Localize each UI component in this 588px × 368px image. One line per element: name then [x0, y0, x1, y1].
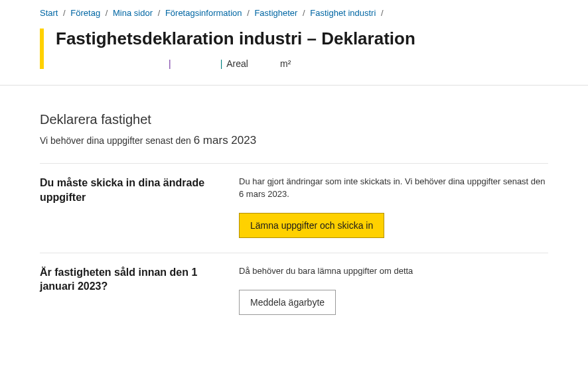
submit-description: Du har gjort ändringar som inte skickats… — [239, 176, 548, 201]
meta-areal-label: Areal — [226, 58, 248, 69]
meta-separator-icon: | — [56, 58, 171, 69]
meta-row: | | Areal m² — [56, 58, 548, 69]
breadcrumb-item-foretag[interactable]: Företag — [70, 8, 100, 18]
title-section: Fastighetsdeklaration industri – Deklara… — [0, 23, 588, 85]
accent-bar — [40, 29, 44, 69]
meta-separator-icon: | — [220, 58, 223, 69]
declare-section-title: Deklarera fastighet — [40, 112, 548, 127]
deadline-date: 6 mars 2023 — [194, 134, 257, 147]
breadcrumb-item-foretagsinformation[interactable]: Företagsinformation — [165, 8, 242, 18]
submit-heading: Du måste skicka in dina ändrade uppgifte… — [40, 176, 212, 204]
breadcrumb-sep: / — [381, 8, 384, 18]
notify-ownership-change-button[interactable]: Meddela ägarbyte — [239, 290, 336, 315]
deadline-prefix: Vi behöver dina uppgifter senast den — [40, 135, 194, 146]
breadcrumb-sep: / — [63, 8, 66, 18]
sold-heading: Är fastigheten såld innan den 1 januari … — [40, 265, 212, 294]
breadcrumb-item-fastigheter[interactable]: Fastigheter — [254, 8, 297, 18]
submit-changes-block: Du måste skicka in dina ändrade uppgifte… — [40, 163, 548, 253]
property-sold-block: Är fastigheten såld innan den 1 januari … — [40, 253, 548, 330]
breadcrumb-item-fastighet-industri[interactable]: Fastighet industri — [310, 8, 376, 18]
page-title: Fastighetsdeklaration industri – Deklara… — [56, 29, 548, 49]
breadcrumb-sep: / — [106, 8, 108, 18]
meta-areal-unit: m² — [280, 58, 291, 69]
sold-description: Då behöver du bara lämna uppgifter om de… — [239, 265, 548, 278]
breadcrumb-sep: / — [303, 8, 305, 18]
breadcrumb: Start / Företag / Mina sidor / Företagsi… — [0, 0, 588, 23]
deadline-text: Vi behöver dina uppgifter senast den 6 m… — [40, 134, 548, 147]
submit-and-send-button[interactable]: Lämna uppgifter och skicka in — [239, 213, 384, 238]
breadcrumb-item-start[interactable]: Start — [40, 8, 58, 18]
breadcrumb-sep: / — [247, 8, 250, 18]
breadcrumb-sep: / — [158, 8, 161, 18]
breadcrumb-item-mina-sidor[interactable]: Mina sidor — [113, 8, 153, 18]
